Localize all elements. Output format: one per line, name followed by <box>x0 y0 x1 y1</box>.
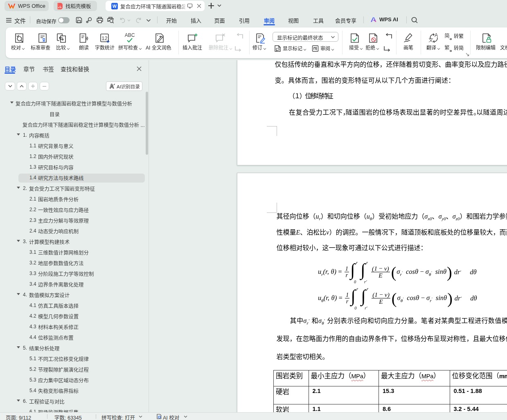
svg-text:12: 12 <box>101 35 107 41</box>
svg-text:ABC: ABC <box>125 32 135 38</box>
svg-text:W: W <box>113 4 117 9</box>
svg-text:繁: 繁 <box>444 45 450 51</box>
svg-text:A: A <box>435 32 438 38</box>
svg-text:文: 文 <box>428 37 433 43</box>
svg-text:简: 简 <box>444 33 450 39</box>
